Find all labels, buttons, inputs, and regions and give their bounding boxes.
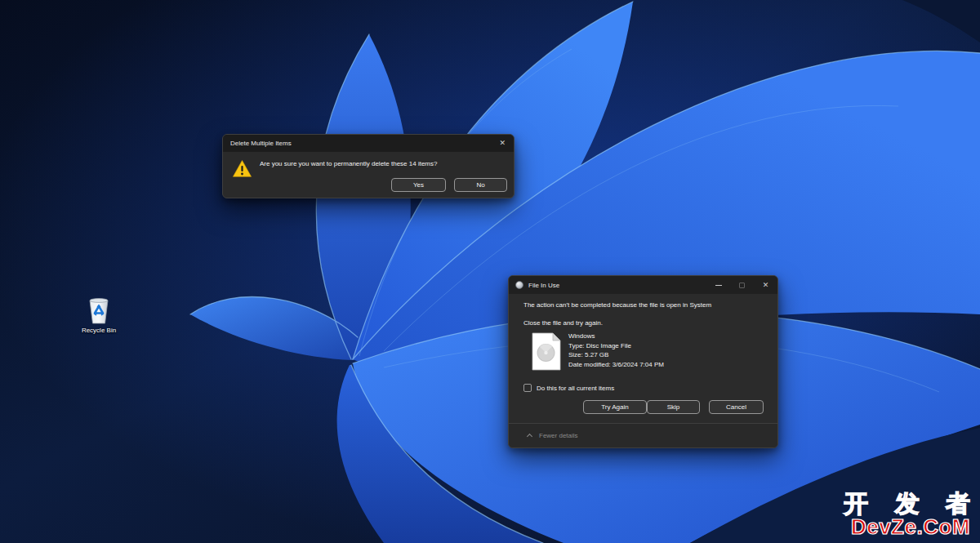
file-type: Type: Disc Image File: [568, 341, 664, 351]
file-name: Windows: [568, 332, 664, 341]
close-icon[interactable]: ✕: [499, 140, 506, 147]
fewer-details-label: Fewer details: [539, 432, 578, 439]
file-date-modified: Date modified: 3/6/2024 7:04 PM: [568, 360, 664, 370]
no-button[interactable]: No: [454, 178, 507, 192]
fiu-message-line2: Close the file and try again.: [523, 319, 603, 327]
recycle-bin-icon: [87, 296, 110, 325]
delete-multiple-items-dialog: Delete Multiple Items ✕ Are you sure you…: [222, 134, 514, 198]
delete-confirm-message: Are you sure you want to permanently del…: [260, 160, 437, 167]
recycle-bin-desktop-icon[interactable]: Recycle Bin: [74, 296, 123, 334]
chevron-up-icon: [527, 434, 532, 439]
fiu-message-line1: The action can't be completed because th…: [523, 301, 711, 309]
close-button[interactable]: ✕: [754, 276, 777, 294]
fiu-dialog-titlebar: File In Use ✕: [509, 276, 777, 294]
cancel-button[interactable]: Cancel: [709, 400, 764, 414]
maximize-button[interactable]: [730, 276, 754, 294]
file-details: Windows Type: Disc Image File Size: 5.27…: [568, 332, 664, 369]
file-size: Size: 5.27 GB: [568, 350, 664, 360]
maximize-icon: [739, 283, 745, 288]
skip-button[interactable]: Skip: [647, 400, 700, 414]
do-for-all-checkbox[interactable]: [523, 384, 532, 392]
watermark-site: DevZe.CoM: [844, 516, 970, 538]
fiu-dialog-title: File In Use: [528, 282, 559, 289]
minimize-icon: [715, 285, 722, 286]
fewer-details-expander[interactable]: Fewer details: [509, 424, 777, 447]
minimize-button[interactable]: [706, 276, 730, 294]
bloom-wallpaper-graphic: [0, 0, 980, 543]
close-icon: ✕: [763, 282, 769, 289]
delete-dialog-title: Delete Multiple Items: [230, 140, 292, 147]
warning-icon: [232, 159, 252, 178]
file-operation-icon: [515, 281, 523, 289]
recycle-bin-label: Recycle Bin: [74, 327, 123, 334]
do-for-all-checkbox-label: Do this for all current items: [537, 385, 614, 392]
file-in-use-dialog: File In Use ✕ The action can't be comple…: [508, 275, 778, 448]
watermark: 开 发 者 DevZe.CoM: [844, 492, 970, 538]
delete-dialog-titlebar: Delete Multiple Items ✕: [223, 135, 514, 152]
yes-button[interactable]: Yes: [391, 178, 446, 192]
disc-image-file-icon: [532, 332, 561, 371]
desktop-wallpaper: [0, 0, 980, 543]
do-for-all-checkbox-row[interactable]: Do this for all current items: [523, 384, 614, 392]
try-again-button[interactable]: Try Again: [583, 400, 647, 414]
window-controls: ✕: [706, 276, 777, 294]
watermark-chinese: 开 发 者: [844, 492, 980, 517]
